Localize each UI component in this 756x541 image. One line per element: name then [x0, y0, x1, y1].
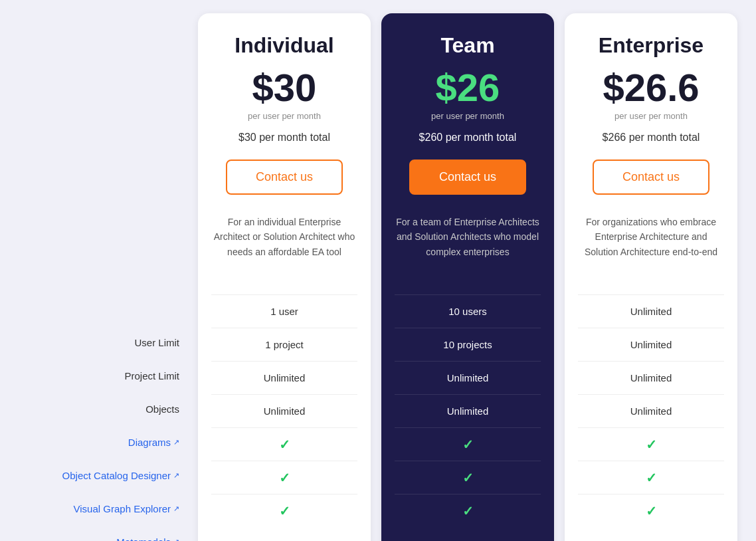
- individual-objects: Unlimited: [211, 361, 357, 394]
- plan-card-enterprise: Enterprise $26.6 per user per month $266…: [565, 13, 737, 541]
- individual-description: For an individual Enterprise Architect o…: [211, 215, 357, 281]
- object-catalog-external-link-icon: ↗: [173, 471, 179, 480]
- individual-project-limit: 1 project: [211, 328, 357, 361]
- enterprise-object-catalog: ✓: [578, 427, 724, 461]
- diagrams-external-link-icon: ↗: [173, 438, 179, 447]
- team-description: For a team of Enterprise Architects and …: [395, 215, 541, 281]
- individual-visual-graph: ✓: [211, 461, 357, 494]
- team-objects: Unlimited: [395, 361, 541, 394]
- individual-user-limit: 1 user: [211, 294, 357, 328]
- team-diagrams: Unlimited: [395, 394, 541, 427]
- team-per-user: per user per month: [431, 111, 504, 121]
- team-visual-graph: ✓: [395, 461, 541, 494]
- feature-label-project-limit: Project Limit: [13, 359, 193, 392]
- team-visual-graph-check: ✓: [462, 470, 474, 486]
- feature-label-objects: Objects: [13, 392, 193, 425]
- individual-per-user: per user per month: [248, 111, 321, 121]
- team-contact-button[interactable]: Contact us: [409, 160, 526, 195]
- individual-total: $30 per month total: [238, 132, 330, 144]
- metamodels-external-link-icon: ↗: [173, 538, 179, 542]
- enterprise-visual-graph: ✓: [578, 461, 724, 494]
- enterprise-per-user: per user per month: [614, 111, 688, 121]
- individual-visual-graph-check: ✓: [279, 470, 290, 486]
- enterprise-description: For organizations who embrace Enterprise…: [578, 215, 724, 281]
- enterprise-user-limit: Unlimited: [578, 294, 724, 328]
- team-plan-name: Team: [440, 33, 494, 58]
- individual-object-catalog-check: ✓: [279, 437, 290, 453]
- individual-metamodels-check: ✓: [279, 503, 290, 519]
- individual-metamodels: ✓: [211, 494, 357, 527]
- enterprise-metamodels: ✓: [578, 494, 724, 527]
- enterprise-plan-price: $26.6: [603, 68, 699, 107]
- team-object-catalog-check: ✓: [462, 437, 474, 453]
- plan-card-individual: Individual $30 per user per month $30 pe…: [198, 13, 371, 541]
- team-total: $260 per month total: [419, 132, 517, 144]
- feature-label-metamodels[interactable]: Metamodels ↗: [13, 525, 193, 541]
- team-plan-price: $26: [436, 68, 500, 107]
- team-object-catalog: ✓: [395, 427, 541, 461]
- team-metamodels: ✓: [395, 494, 541, 527]
- individual-plan-price: $30: [252, 68, 317, 107]
- enterprise-object-catalog-check: ✓: [646, 437, 657, 453]
- visual-graph-external-link-icon: ↗: [173, 504, 179, 513]
- enterprise-project-limit: Unlimited: [578, 328, 724, 361]
- feature-label-user-limit: User Limit: [13, 326, 193, 359]
- pricing-container: User Limit Project Limit Objects Diagram…: [0, 13, 756, 541]
- individual-object-catalog: ✓: [211, 427, 357, 461]
- feature-label-diagrams[interactable]: Diagrams ↗: [13, 425, 193, 459]
- individual-contact-button[interactable]: Contact us: [226, 160, 343, 195]
- plan-card-team: Team $26 per user per month $260 per mon…: [381, 13, 554, 541]
- team-metamodels-check: ✓: [462, 503, 474, 519]
- enterprise-visual-graph-check: ✓: [646, 470, 657, 486]
- feature-labels-column: User Limit Project Limit Objects Diagram…: [13, 13, 193, 541]
- enterprise-metamodels-check: ✓: [646, 503, 657, 519]
- enterprise-objects: Unlimited: [578, 361, 724, 394]
- enterprise-plan-name: Enterprise: [599, 33, 704, 58]
- individual-plan-name: Individual: [235, 33, 333, 58]
- enterprise-diagrams: Unlimited: [578, 394, 724, 427]
- feature-label-object-catalog[interactable]: Object Catalog Designer ↗: [13, 459, 193, 492]
- enterprise-contact-button[interactable]: Contact us: [593, 160, 709, 195]
- individual-diagrams: Unlimited: [211, 394, 357, 427]
- feature-label-visual-graph[interactable]: Visual Graph Explorer ↗: [13, 492, 193, 525]
- enterprise-total: $266 per month total: [603, 132, 700, 144]
- team-user-limit: 10 users: [395, 294, 541, 328]
- team-project-limit: 10 projects: [395, 328, 541, 361]
